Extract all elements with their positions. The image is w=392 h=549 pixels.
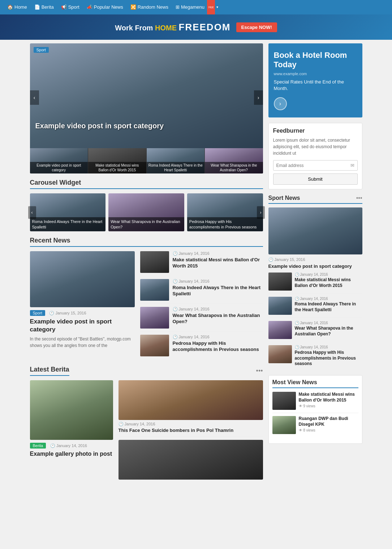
recent-list-item-1: 🕐 January 14, 2016 Roma Indeed Always Th… [140,279,263,304]
carousel-prev-button[interactable]: ‹ [28,206,36,219]
hot-badge: Hot [207,0,215,15]
latest-side-image-0 [119,380,263,420]
most-view-title: Most View News [272,379,358,388]
carousel-item-0[interactable]: Roma Indeed Always There in the Heart Sp… [30,193,106,231]
recent-list-title-1[interactable]: Roma Indeed Always There in the Heart Sp… [173,285,263,297]
latest-side-list: 🕐 January 14, 2016 This Face One Suicide… [119,380,263,484]
feedburner-input-row: ✉ [273,160,358,171]
latest-side-item-1 [119,440,263,484]
recent-list-thumb-3 [140,335,169,356]
recent-main-excerpt: In the second episode of "Best Battles",… [30,336,135,349]
hero-thumb-2[interactable]: Roma Indeed Always There in the Heart Sp… [147,148,205,173]
sport-list-item-0: 🕐 January 14, 2016 Make statistical Mess… [268,273,362,294]
carousel-item-2[interactable]: Pedrosa Happy with His accomplishments i… [187,193,263,231]
latest-berita-grid: Berita 🕐 January 14, 2016 Example galler… [30,380,263,484]
recent-main-badge: Sport [30,310,45,316]
most-view-article-title-0[interactable]: Make statistical Messi wins Ballon d'Or … [299,392,358,403]
recent-list-item-2: 🕐 January 14, 2016 Wear What Sharapova i… [140,307,263,332]
nav-berita[interactable]: 📄 Berita [31,0,57,14]
sport-news-main-image [268,207,362,254]
sport-list-title-1[interactable]: Roma Indeed Always There in the Heart Sp… [295,301,362,313]
recent-list-title-3[interactable]: Pedrosa Happy with His accomplishments i… [173,340,263,353]
latest-side-title-0[interactable]: This Face One Suicide bombers in Pos Pol… [119,428,263,434]
latest-berita-title: Latest Berita [30,366,69,376]
sidebar: Book a Hotel Room Today www.example.com … [268,43,362,484]
top-banner: Work From HOME FREEDOM Escape NOW! [0,14,392,40]
hero-thumbnails: Example video post in sport category Mak… [30,148,263,173]
recent-list: 🕐 January 14, 2016 Make statistical Mess… [140,251,263,359]
sport-news-main-title[interactable]: Example video post in sport category [268,263,362,269]
nav-sport[interactable]: 📢 Sport [57,0,83,14]
sport-list-thumb-0 [268,273,292,291]
sport-list-item-1: 🕐 January 14, 2016 Roma Indeed Always Th… [268,297,362,318]
sport-list-thumb-3 [268,345,292,363]
most-view-section: Most View News Make statistical Messi wi… [268,375,362,444]
most-view-count-0: 👁 9 views [299,404,358,408]
sport-list-title-3[interactable]: Pedrosa Happy with His accomplishments i… [295,350,362,367]
sport-news-header: Sport News ••• [268,195,362,204]
hero-next-button[interactable]: › [254,90,263,105]
most-view-item-0: Make statistical Messi wins Ballon d'Or … [272,392,358,413]
most-view-article-title-1[interactable]: Ruangan DWP dan Budi Disegel KPK [299,416,358,427]
sport-list-item-2: 🕐 January 14, 2016 Wear What Sharapova i… [268,321,362,342]
recent-list-title-2[interactable]: Wear What Sharapova in the Australian Op… [173,313,263,325]
sport-news-widget: Sport News ••• 🕐 January 15, 2016 Exampl… [268,195,362,370]
hero-title: Example video post in sport category [35,122,258,130]
recent-news-section: Recent News Sport 🕐 January 15, 2016 Exa… [30,237,263,359]
most-view-count-1: 👁 8 views [299,428,358,432]
sidebar-ad: Book a Hotel Room Today www.example.com … [268,43,362,117]
sidebar-ad-desc: Special Rates Until the End of the Month… [274,79,357,92]
carousel-title: Carousel Widget [30,179,263,189]
latest-main-image [30,380,113,440]
recent-list-thumb-0 [140,251,169,273]
latest-main-article: Berita 🕐 January 14, 2016 Example galler… [30,380,113,484]
latest-side-item-0: 🕐 January 14, 2016 This Face One Suicide… [119,380,263,437]
latest-main-title[interactable]: Example gallery photo in post [30,450,113,458]
latest-berita-section: Latest Berita ••• Berita 🕐 January 14, 2… [30,366,263,484]
hero-thumb-1[interactable]: Make statistical Messi wins Ballon d'Or … [88,148,147,173]
hero-prev-button[interactable]: ‹ [30,90,39,105]
hero-slider: Sport Example video post in sport catego… [30,43,263,173]
feedburner-email-input[interactable] [273,160,348,170]
hero-thumb-0[interactable]: Example video post in sport category [30,148,89,173]
sport-news-title: Sport News [268,195,300,201]
sidebar-ad-button[interactable]: › [274,97,287,110]
sport-list-title-2[interactable]: Wear What Sharapova in the Australian Op… [295,326,362,337]
recent-list-thumb-2 [140,307,169,329]
sport-list-title-0[interactable]: Make statistical Messi wins Ballon d'Or … [295,277,362,288]
nav-home[interactable]: 🏠 Home [4,0,31,14]
carousel-widget-section: Carousel Widget ‹ Roma Indeed Always The… [30,179,263,231]
most-view-item-1: Ruangan DWP dan Budi Disegel KPK 👁 8 vie… [272,416,358,437]
nav-popular-news[interactable]: 📣 Popular News [83,0,127,14]
carousel-track: Roma Indeed Always There in the Heart Sp… [30,193,263,231]
hero-main-image: Sport Example video post in sport catego… [30,43,263,148]
sport-list-thumb-2 [268,321,292,339]
nav-megamenu[interactable]: ⊞ Megamenu Hot ▾ [172,0,222,14]
sport-list-thumb-1 [268,297,292,315]
latest-berita-menu[interactable]: ••• [256,367,263,375]
feedburner-box: Feedburner Lorem ipsum dolor sit amet, c… [268,123,362,189]
latest-berita-header: Latest Berita ••• [30,366,263,376]
sidebar-ad-title: Book a Hotel Room Today [274,51,357,70]
carousel-next-button[interactable]: › [257,206,265,219]
recent-news-title: Recent News [30,237,263,247]
email-icon: ✉ [348,160,357,170]
recent-main-image [30,251,135,307]
carousel-item-1[interactable]: Wear What Sharapova in the Australian Op… [108,193,184,231]
hero-thumb-3[interactable]: Wear What Sharapova in the Australian Op… [205,148,263,173]
most-view-thumb-0 [272,392,296,410]
recent-main-article-title[interactable]: Example video post in sport category [30,318,135,334]
feedburner-desc: Lorem ipsum dolor sit amet, consectetur … [273,137,358,156]
recent-list-title-0[interactable]: Make statistical Messi wins Ballon d'Or … [173,257,263,269]
recent-main-article: Sport 🕐 January 15, 2016 Example video p… [30,251,135,359]
feedburner-submit-button[interactable]: Submit [273,173,358,185]
escape-now-button[interactable]: Escape NOW! [236,22,277,32]
feedburner-title: Feedburner [273,128,358,134]
latest-main-badge: Berita [30,443,46,449]
sport-news-menu[interactable]: ••• [356,195,362,201]
sport-news-main-date: 🕐 January 15, 2016 [268,257,362,262]
recent-list-item-0: 🕐 January 14, 2016 Make statistical Mess… [140,251,263,276]
navbar: 🏠 Home 📄 Berita 📢 Sport 📣 Popular News 🔀… [0,0,392,14]
recent-news-grid: Sport 🕐 January 15, 2016 Example video p… [30,251,263,359]
nav-random-news[interactable]: 🔀 Random News [127,0,172,14]
